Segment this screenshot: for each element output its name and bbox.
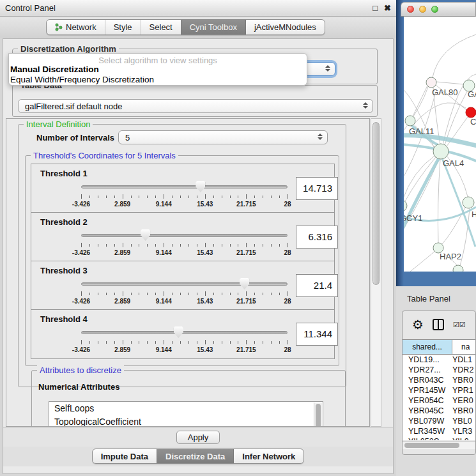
attribute-item-topologicalcoefficient[interactable]: TopologicalCoefficient bbox=[49, 415, 323, 427]
tab-discretize-data[interactable]: Discretize Data bbox=[157, 449, 233, 463]
slider-track[interactable] bbox=[81, 331, 288, 334]
float-window-icon[interactable]: □ bbox=[372, 4, 378, 12]
network-edge[interactable] bbox=[436, 82, 464, 84]
slider-track[interactable] bbox=[81, 282, 288, 286]
cell-shared-name: YDL19... bbox=[403, 355, 452, 365]
tick-label: 28 bbox=[284, 201, 291, 208]
tick-label: 9.144 bbox=[156, 249, 172, 256]
threshold-slider[interactable]: -3.4262.8599.14415.4321.71528 bbox=[81, 326, 288, 355]
column-header-name[interactable]: na bbox=[452, 340, 476, 354]
column-header-shared[interactable]: shared... bbox=[403, 340, 452, 354]
table-row[interactable]: YBR043CYBR0 bbox=[403, 376, 476, 386]
tab-impute-data[interactable]: Impute Data bbox=[93, 449, 157, 463]
columns-icon[interactable] bbox=[433, 319, 444, 330]
select-columns-icon[interactable]: ☑☑ bbox=[453, 321, 466, 329]
cell-name: YLR3 bbox=[452, 427, 476, 437]
network-edge[interactable] bbox=[438, 159, 440, 243]
minimize-traffic-light-icon[interactable] bbox=[419, 6, 426, 13]
threshold-value-field[interactable]: 21.4 bbox=[296, 274, 338, 297]
num-intervals-label: Number of Intervals bbox=[36, 133, 114, 142]
top-tab-bar: NetworkStyleSelectCyni ToolboxjActiveMNo… bbox=[0, 17, 396, 38]
close-traffic-light-icon[interactable] bbox=[407, 6, 414, 13]
network-node-gal4[interactable] bbox=[433, 144, 449, 159]
node-label-gal80: GAL80 bbox=[432, 88, 457, 97]
table-row[interactable]: YPR145WYPR1 bbox=[403, 386, 476, 396]
tab-style[interactable]: Style bbox=[105, 20, 141, 35]
table-hscrollbar[interactable] bbox=[403, 441, 475, 449]
settings-scrollbar-thumb[interactable] bbox=[372, 122, 380, 285]
table-row[interactable]: YDR27...YDR2 bbox=[403, 365, 476, 376]
network-node-gal11[interactable] bbox=[405, 116, 415, 126]
zoom-traffic-light-icon[interactable] bbox=[431, 6, 438, 13]
threshold-value-field[interactable]: 6.316 bbox=[296, 226, 338, 249]
list-scrollbar[interactable] bbox=[314, 403, 322, 427]
combo-stepper-icon bbox=[363, 102, 368, 109]
network-node-gal80[interactable] bbox=[426, 77, 436, 88]
threshold-slider[interactable]: -3.4262.8599.14415.4321.71528 bbox=[81, 278, 288, 306]
table-hscrollbar-thumb[interactable] bbox=[404, 443, 459, 448]
table-row[interactable]: YDL19...YDL1 bbox=[403, 355, 476, 365]
tick-label: 9.144 bbox=[156, 346, 172, 353]
interval-definition-label: Interval Definition bbox=[24, 119, 93, 129]
tab-select[interactable]: Select bbox=[141, 20, 181, 35]
bottom-tabs: Impute DataDiscretize DataInfer Network bbox=[92, 449, 305, 464]
bottom-tab-bar: Impute DataDiscretize DataInfer Network bbox=[3, 447, 393, 466]
close-icon[interactable]: ✖ bbox=[384, 4, 391, 12]
network-edge[interactable] bbox=[410, 250, 436, 272]
node-label-ga: GA bbox=[468, 89, 476, 99]
slider-thumb-icon[interactable] bbox=[174, 326, 183, 338]
network-node-h[interactable] bbox=[463, 197, 474, 208]
table-row[interactable]: YBL079WYBL0 bbox=[403, 417, 476, 427]
tab-cyni-toolbox[interactable]: Cyni Toolbox bbox=[181, 20, 245, 35]
tick-label: 9.144 bbox=[156, 298, 172, 305]
top-tabs: NetworkStyleSelectCyni ToolboxjActiveMNo… bbox=[46, 19, 325, 35]
tick-label: 21.715 bbox=[236, 298, 256, 305]
table-row[interactable]: YBR045CYBR0 bbox=[403, 406, 476, 417]
network-node-gcy1[interactable] bbox=[404, 200, 407, 211]
apply-button[interactable]: Apply bbox=[176, 431, 220, 444]
slider-thumb-icon[interactable] bbox=[196, 181, 205, 192]
table-panel-region: Table Panel ⚙ ☑☑ shared... na YDL19...YD… bbox=[396, 286, 476, 476]
slider-thumb-icon[interactable] bbox=[141, 229, 150, 241]
tick-label: 28 bbox=[284, 298, 291, 305]
network-canvas[interactable]: GAL80GACGAL11GAL4GCY1HHAP2 bbox=[404, 17, 476, 272]
apply-strip: Apply bbox=[3, 427, 393, 447]
num-intervals-combobox[interactable]: 5 bbox=[118, 130, 328, 144]
settings-scrollbar[interactable] bbox=[371, 118, 381, 427]
network-edge[interactable] bbox=[413, 86, 427, 116]
network-node-node[interactable] bbox=[453, 265, 463, 272]
network-edge[interactable] bbox=[445, 91, 467, 145]
table-data-group: Table Data galFiltered.sif default node bbox=[12, 85, 378, 117]
list-scrollbar-thumb[interactable] bbox=[316, 404, 321, 427]
network-edge[interactable] bbox=[433, 35, 476, 77]
algorithm-option-manual-discretization[interactable]: Manual Discretization bbox=[9, 65, 307, 75]
threshold-slider[interactable]: -3.4262.8599.14415.4321.71528 bbox=[81, 181, 288, 209]
threshold-label: Threshold 2 bbox=[40, 217, 88, 227]
tab-network[interactable]: Network bbox=[47, 20, 105, 35]
tab-infer-network[interactable]: Infer Network bbox=[233, 449, 303, 463]
slider-thumb-icon[interactable] bbox=[240, 278, 249, 289]
settings-viewport: Interval Definition Number of Intervals … bbox=[6, 118, 370, 427]
threshold-label: Threshold 4 bbox=[40, 314, 88, 324]
gear-icon[interactable]: ⚙ bbox=[412, 318, 424, 331]
table-row[interactable]: YER054CYER0 bbox=[403, 396, 476, 406]
cell-shared-name: YDR27... bbox=[403, 365, 452, 376]
table-row[interactable]: YLR345WYLR3 bbox=[403, 427, 476, 437]
tab-label: Style bbox=[114, 22, 132, 32]
algorithm-option-equal-width-frequency-discretization[interactable]: Equal Width/Frequency Discretization bbox=[9, 75, 307, 85]
threshold-value-field[interactable]: 14.713 bbox=[296, 177, 338, 200]
tick-label: -3.426 bbox=[72, 298, 90, 305]
table-row[interactable]: YIL052CYIL0 bbox=[403, 437, 476, 440]
slider-track[interactable] bbox=[81, 234, 288, 237]
slider-track[interactable] bbox=[81, 185, 288, 188]
network-edge[interactable] bbox=[413, 103, 466, 125]
threshold-value-field[interactable]: 11.344 bbox=[296, 323, 338, 346]
cell-shared-name: YBR043C bbox=[403, 376, 452, 386]
network-node-red[interactable] bbox=[466, 107, 476, 118]
combo-stepper-icon bbox=[325, 65, 330, 72]
cell-name: YDR2 bbox=[452, 365, 476, 376]
table-data-combobox[interactable]: galFiltered.sif default node bbox=[18, 99, 373, 113]
tab-jactivemnodules[interactable]: jActiveMNodules bbox=[245, 20, 325, 35]
threshold-slider[interactable]: -3.4262.8599.14415.4321.71528 bbox=[81, 229, 288, 257]
attribute-item-selfloops[interactable]: SelfLoops bbox=[49, 402, 323, 415]
